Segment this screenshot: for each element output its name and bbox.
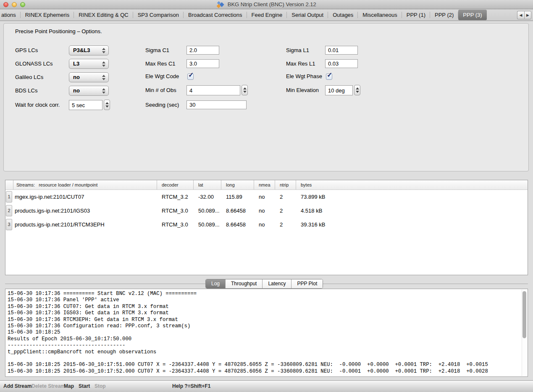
min-obs-stepper[interactable] — [242, 85, 248, 95]
add-stream-button[interactable]: Add Stream — [3, 381, 32, 392]
tab-scroll-left-button[interactable]: ◀ — [517, 11, 524, 19]
tab-rinex-editing-qc[interactable]: RINEX Editing & QC — [74, 9, 133, 21]
checkmark-icon: ✓ — [327, 71, 332, 79]
max-res-c1-input[interactable] — [186, 59, 219, 68]
tab-latency[interactable]: Latency — [262, 279, 291, 288]
table-row[interactable]: 2 products.igs-ip.net:2101/IGS03 RTCM_3.… — [5, 204, 528, 218]
tab-ppp-plot[interactable]: PPP Plot — [291, 279, 323, 288]
app-window: BKG Ntrip Client (BNC) Version 2.12 atio… — [0, 0, 533, 392]
tab-serial-output[interactable]: Serial Output — [287, 9, 328, 21]
galileo-lcs-label: Galileo LCs — [15, 72, 43, 82]
seeding-label: Seeding (sec) — [145, 100, 179, 110]
column-header-long: long — [221, 180, 254, 189]
min-obs-label: Min # of Obs — [145, 85, 176, 95]
tab-ppp-2[interactable]: PPP (2) — [430, 9, 458, 21]
cell-long: 8.66458 — [221, 218, 254, 232]
cell-bytes: 73.899 kB — [296, 190, 528, 204]
galileo-lcs-value: no — [73, 73, 80, 82]
tab-throughput[interactable]: Throughput — [225, 279, 262, 288]
streams-table-header: Streams: resource loader / mountpoint de… — [5, 180, 528, 190]
cell-lat: 50.089... — [193, 204, 221, 218]
log-text: 15-06-30 10:17:36 ========== Start BNC v… — [8, 291, 521, 375]
cell-decoder: RTCM_3.0 — [157, 218, 193, 232]
table-row[interactable]: 3 products.igs-ip.net:2101/RTCM3EPH RTCM… — [5, 218, 528, 232]
column-header-bytes: bytes — [296, 180, 528, 189]
stop-button: Stop — [95, 381, 106, 392]
row-number: 2 — [6, 205, 12, 216]
log-scrollbar[interactable] — [522, 289, 527, 376]
tab-miscellaneous[interactable]: Miscellaneous — [358, 9, 402, 21]
min-elevation-input[interactable] — [325, 85, 353, 95]
main-tabbar: ations RINEX Ephemeris RINEX Editing & Q… — [0, 9, 533, 21]
row-number: 3 — [6, 219, 12, 230]
glonass-lcs-select[interactable]: L3 — [69, 59, 109, 69]
streams-table: Streams: resource loader / mountpoint de… — [5, 180, 528, 275]
table-row[interactable]: 1 mgex.igs-ip.net:2101/CUT07 RTCM_3.2 -3… — [5, 190, 528, 204]
tab-broadcast-corrections[interactable]: Broadcast Corrections — [184, 9, 247, 21]
ele-wgt-phase-label: Ele Wgt Phase — [286, 71, 322, 82]
updown-arrows-icon — [102, 61, 105, 67]
table-corner-cell — [5, 180, 13, 189]
updown-arrows-icon — [102, 75, 105, 80]
bottom-toolbar: Add Stream Delete Stream Map Start Stop … — [0, 380, 533, 392]
cell-bytes: 39.316 kB — [296, 218, 528, 232]
cell-mountpoint: mgex.igs-ip.net:2101/CUT07 — [13, 190, 157, 204]
wait-clock-corr-stepper[interactable] — [104, 100, 110, 110]
sigma-c1-label: Sigma C1 — [145, 45, 169, 55]
tab-outages[interactable]: Outages — [328, 9, 358, 21]
max-res-l1-input[interactable] — [325, 59, 358, 68]
start-button[interactable]: Start — [79, 381, 90, 392]
sigma-l1-input[interactable] — [325, 46, 358, 55]
min-obs-input[interactable] — [186, 85, 240, 95]
cell-decoder: RTCM_3.0 — [157, 204, 193, 218]
tab-scroll-right-button[interactable]: ▶ — [524, 11, 531, 19]
sigma-c1-input[interactable] — [186, 46, 219, 55]
ele-wgt-code-label: Ele Wgt Code — [145, 71, 179, 82]
cell-mountpoint: products.igs-ip.net:2101/RTCM3EPH — [13, 218, 157, 232]
gps-lcs-select[interactable]: P3&L3 — [69, 45, 109, 55]
cell-long: 8.66458 — [221, 204, 254, 218]
ele-wgt-code-checkbox[interactable]: ✓ — [187, 74, 194, 80]
tab-rinex-ephemeris[interactable]: RINEX Ephemeris — [21, 9, 74, 21]
tab-sp3-comparison[interactable]: SP3 Comparison — [133, 9, 184, 21]
ppp3-options-panel: Precise Point Positioning – Options. GPS… — [3, 23, 529, 171]
title-wrap: BKG Ntrip Client (BNC) Version 2.12 — [0, 0, 533, 9]
ele-wgt-phase-checkbox[interactable]: ✓ — [326, 74, 332, 80]
wait-clock-corr-label: Wait for clock corr. — [15, 100, 60, 110]
wait-clock-corr-input[interactable] — [69, 100, 102, 110]
tab-stations[interactable]: ations — [0, 9, 21, 21]
log-panel: 15-06-30 10:17:36 ========== Start BNC v… — [5, 289, 528, 377]
tab-ppp-3[interactable]: PPP (3) — [458, 10, 486, 20]
cell-lat: -32.00 — [193, 190, 221, 204]
column-header-lat: lat — [193, 180, 221, 189]
galileo-lcs-select[interactable]: no — [69, 72, 109, 82]
cell-long: 115.89 — [221, 190, 254, 204]
tab-log[interactable]: Log — [206, 279, 225, 288]
help-shortcut-label: Help ?=Shift+F1 — [172, 381, 210, 392]
tab-feed-engine[interactable]: Feed Engine — [247, 9, 287, 21]
gps-lcs-value: P3&L3 — [73, 46, 90, 55]
bds-lcs-label: BDS LCs — [15, 86, 37, 96]
log-scrollbar-thumb[interactable] — [522, 291, 526, 338]
column-header-mountpoint: Streams: resource loader / mountpoint — [13, 180, 157, 189]
cell-mountpoint: products.igs-ip.net:2101/IGS03 — [13, 204, 157, 218]
titlebar: BKG Ntrip Client (BNC) Version 2.12 — [0, 0, 533, 9]
glonass-lcs-label: GLONASS LCs — [15, 59, 53, 69]
column-header-decoder: decoder — [157, 180, 193, 189]
column-header-nmea: nmea — [254, 180, 275, 189]
bds-lcs-select[interactable]: no — [69, 86, 109, 96]
seeding-input[interactable] — [186, 100, 247, 109]
column-header-ntrip: ntrip — [275, 180, 296, 189]
map-button[interactable]: Map — [64, 381, 74, 392]
max-res-c1-label: Max Res C1 — [145, 59, 176, 69]
tab-ppp-1[interactable]: PPP (1) — [402, 9, 430, 21]
max-res-l1-label: Max Res L1 — [286, 59, 315, 69]
bnc-app-icon — [217, 1, 224, 8]
updown-arrows-icon — [102, 88, 105, 94]
cell-nmea: no — [254, 218, 275, 232]
panel-title: Precise Point Positioning – Options. — [15, 28, 102, 34]
log-view-tabs: Log Throughput Latency PPP Plot — [205, 279, 323, 289]
cell-lat: 50.089... — [193, 218, 221, 232]
tab-scroll-arrows: ◀ ▶ — [517, 9, 533, 21]
min-elevation-stepper[interactable] — [354, 85, 360, 95]
